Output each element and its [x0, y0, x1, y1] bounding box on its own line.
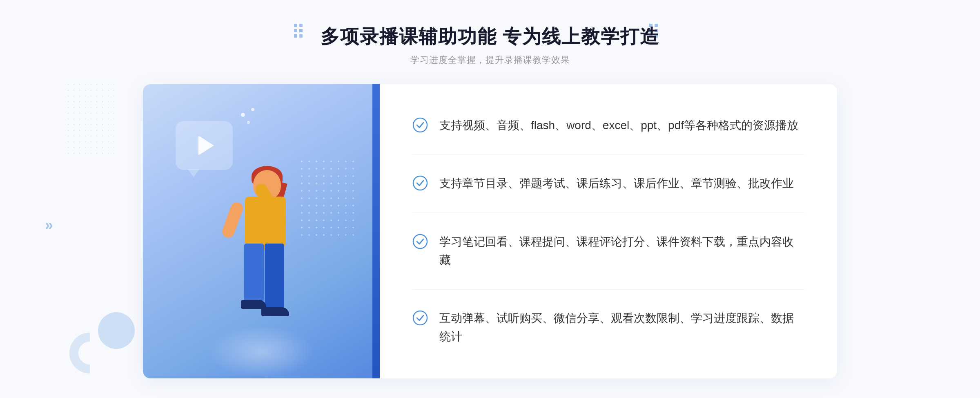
blue-accent-bar	[372, 84, 380, 378]
play-triangle-icon	[198, 136, 214, 155]
sparkle-dot-1	[241, 113, 245, 117]
main-title: 多项录播课辅助功能 专为线上教学打造	[321, 25, 660, 49]
feature-item-1: 支持视频、音频、flash、word、excel、ppt、pdf等各种格式的资源…	[412, 116, 804, 135]
svg-point-2	[413, 235, 427, 248]
ground-glow	[208, 325, 314, 378]
feature-text-3: 学习笔记回看、课程提问、课程评论打分、课件资料下载，重点内容收藏	[439, 233, 804, 270]
feature-text-2: 支持章节目录、弹题考试、课后练习、课后作业、章节测验、批改作业	[439, 174, 794, 193]
person-arm-left	[220, 201, 245, 239]
svg-point-1	[413, 176, 427, 190]
sparkle-dot-3	[251, 108, 254, 111]
divider-3	[412, 289, 804, 290]
feature-item-2: 支持章节目录、弹题考试、课后练习、课后作业、章节测验、批改作业	[412, 174, 804, 193]
chevron-left-icon: »	[45, 217, 53, 234]
person-illustration	[200, 154, 323, 378]
feature-item-4: 互动弹幕、试听购买、微信分享、观看次数限制、学习进度跟踪、数据统计	[412, 309, 804, 346]
page-header: 多项录播课辅助功能 专为线上教学打造 学习进度全掌握，提升录播课教学效果	[321, 25, 660, 66]
page-wrapper: » 多项录播课辅助功能 专为线上教学打造 学习进度全掌握，提升录播课教学效果	[0, 0, 980, 398]
dots-bg-left	[65, 82, 114, 155]
feature-text-4: 互动弹幕、试听购买、微信分享、观看次数限制、学习进度跟踪、数据统计	[439, 309, 804, 346]
check-icon-2	[412, 175, 428, 191]
divider-1	[412, 154, 804, 155]
content-card: 支持视频、音频、flash、word、excel、ppt、pdf等各种格式的资源…	[143, 84, 837, 378]
features-panel: 支持视频、音频、flash、word、excel、ppt、pdf等各种格式的资源…	[380, 84, 837, 378]
check-icon-3	[412, 234, 428, 249]
check-icon-4	[412, 310, 428, 326]
person-pants-right	[265, 244, 284, 313]
divider-2	[412, 212, 804, 213]
person-pants-left	[244, 244, 264, 305]
illustration-panel	[143, 84, 380, 378]
feature-item-3: 学习笔记回看、课程提问、课程评论打分、课件资料下载，重点内容收藏	[412, 233, 804, 270]
sub-title: 学习进度全掌握，提升录播课教学效果	[321, 54, 660, 66]
dots-decoration-left	[294, 24, 303, 38]
feature-text-1: 支持视频、音频、flash、word、excel、ppt、pdf等各种格式的资源…	[439, 116, 798, 135]
decorative-circle-blue	[98, 312, 135, 349]
check-icon-1	[412, 117, 428, 133]
sparkle-dot-2	[247, 121, 250, 124]
svg-point-0	[413, 118, 427, 132]
person-torso	[245, 197, 286, 250]
svg-point-3	[413, 311, 427, 325]
person-shoe-right	[261, 307, 289, 316]
